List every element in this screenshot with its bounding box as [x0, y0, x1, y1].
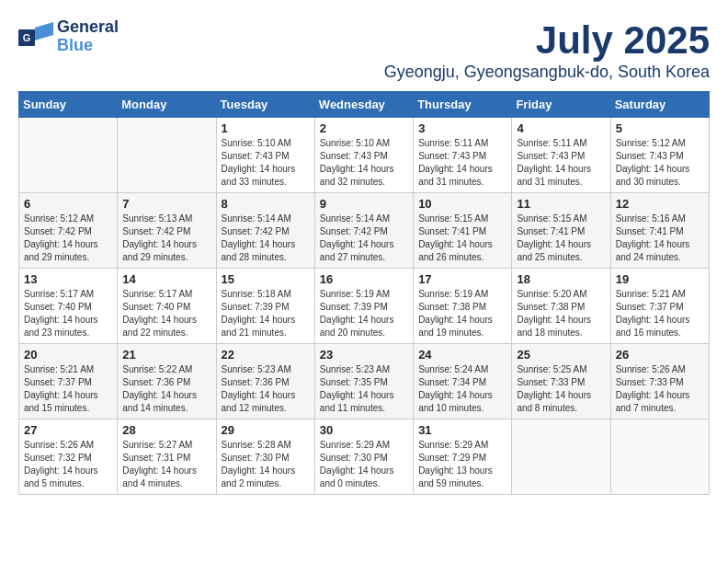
- calendar-table: SundayMondayTuesdayWednesdayThursdayFrid…: [18, 91, 710, 495]
- svg-marker-2: [35, 22, 53, 40]
- day-info: Sunrise: 5:11 AM Sunset: 7:43 PM Dayligh…: [418, 137, 506, 189]
- day-number: 30: [320, 423, 408, 437]
- calendar-cell: 4Sunrise: 5:11 AM Sunset: 7:43 PM Daylig…: [512, 118, 610, 193]
- day-header-sunday: Sunday: [19, 92, 118, 118]
- calendar-week-row: 13Sunrise: 5:17 AM Sunset: 7:40 PM Dayli…: [19, 269, 710, 344]
- day-number: 3: [418, 121, 506, 135]
- day-info: Sunrise: 5:14 AM Sunset: 7:42 PM Dayligh…: [320, 213, 408, 264]
- day-number: 13: [24, 272, 112, 286]
- calendar-cell: 25Sunrise: 5:25 AM Sunset: 7:33 PM Dayli…: [512, 344, 610, 419]
- day-number: 7: [122, 197, 210, 211]
- day-number: 16: [320, 272, 408, 286]
- day-number: 18: [517, 272, 605, 286]
- calendar-week-row: 20Sunrise: 5:21 AM Sunset: 7:37 PM Dayli…: [19, 344, 710, 419]
- day-info: Sunrise: 5:26 AM Sunset: 7:32 PM Dayligh…: [24, 439, 112, 490]
- calendar-cell: 16Sunrise: 5:19 AM Sunset: 7:39 PM Dayli…: [314, 269, 413, 344]
- day-number: 17: [418, 272, 506, 286]
- calendar-header-row: SundayMondayTuesdayWednesdayThursdayFrid…: [19, 92, 710, 118]
- calendar-week-row: 1Sunrise: 5:10 AM Sunset: 7:43 PM Daylig…: [19, 118, 710, 193]
- day-number: 12: [616, 197, 704, 211]
- day-number: 27: [24, 423, 112, 437]
- day-info: Sunrise: 5:25 AM Sunset: 7:33 PM Dayligh…: [517, 363, 605, 415]
- calendar-cell: 26Sunrise: 5:26 AM Sunset: 7:33 PM Dayli…: [610, 344, 709, 419]
- day-info: Sunrise: 5:21 AM Sunset: 7:37 PM Dayligh…: [24, 363, 112, 415]
- day-number: 21: [122, 348, 210, 362]
- calendar-cell: 27Sunrise: 5:26 AM Sunset: 7:32 PM Dayli…: [19, 419, 118, 495]
- calendar-cell: 20Sunrise: 5:21 AM Sunset: 7:37 PM Dayli…: [19, 344, 118, 419]
- day-info: Sunrise: 5:12 AM Sunset: 7:42 PM Dayligh…: [24, 213, 112, 264]
- day-info: Sunrise: 5:17 AM Sunset: 7:40 PM Dayligh…: [122, 288, 210, 339]
- day-header-tuesday: Tuesday: [216, 92, 314, 118]
- day-info: Sunrise: 5:15 AM Sunset: 7:41 PM Dayligh…: [517, 213, 605, 264]
- calendar-cell: [19, 118, 118, 193]
- calendar-cell: 29Sunrise: 5:28 AM Sunset: 7:30 PM Dayli…: [216, 419, 314, 495]
- day-info: Sunrise: 5:10 AM Sunset: 7:43 PM Dayligh…: [320, 137, 408, 189]
- day-info: Sunrise: 5:24 AM Sunset: 7:34 PM Dayligh…: [418, 363, 506, 415]
- day-info: Sunrise: 5:12 AM Sunset: 7:43 PM Dayligh…: [616, 137, 704, 189]
- day-header-thursday: Thursday: [414, 92, 512, 118]
- day-number: 23: [320, 348, 408, 362]
- calendar-cell: 22Sunrise: 5:23 AM Sunset: 7:36 PM Dayli…: [216, 344, 314, 419]
- day-info: Sunrise: 5:23 AM Sunset: 7:36 PM Dayligh…: [222, 363, 310, 415]
- calendar-cell: 3Sunrise: 5:11 AM Sunset: 7:43 PM Daylig…: [414, 118, 512, 193]
- day-info: Sunrise: 5:23 AM Sunset: 7:35 PM Dayligh…: [320, 363, 408, 415]
- calendar-cell: 5Sunrise: 5:12 AM Sunset: 7:43 PM Daylig…: [610, 118, 709, 193]
- day-info: Sunrise: 5:19 AM Sunset: 7:38 PM Dayligh…: [418, 288, 506, 339]
- calendar-cell: 12Sunrise: 5:16 AM Sunset: 7:41 PM Dayli…: [610, 193, 709, 269]
- day-info: Sunrise: 5:22 AM Sunset: 7:36 PM Dayligh…: [122, 363, 210, 415]
- calendar-cell: 19Sunrise: 5:21 AM Sunset: 7:37 PM Dayli…: [610, 269, 709, 344]
- calendar-cell: 28Sunrise: 5:27 AM Sunset: 7:31 PM Dayli…: [118, 419, 216, 495]
- calendar-cell: [512, 419, 610, 495]
- day-info: Sunrise: 5:20 AM Sunset: 7:38 PM Dayligh…: [517, 288, 605, 339]
- logo-name2: Blue: [57, 37, 119, 55]
- logo-name: General: [57, 18, 119, 37]
- calendar-week-row: 6Sunrise: 5:12 AM Sunset: 7:42 PM Daylig…: [19, 193, 710, 269]
- logo: G General Blue: [18, 18, 119, 55]
- day-info: Sunrise: 5:16 AM Sunset: 7:41 PM Dayligh…: [616, 213, 704, 264]
- day-number: 5: [616, 121, 704, 135]
- day-number: 24: [418, 348, 506, 362]
- location-title: Gyeongju, Gyeongsangbuk-do, South Korea: [384, 63, 710, 82]
- day-info: Sunrise: 5:26 AM Sunset: 7:33 PM Dayligh…: [616, 363, 704, 415]
- day-number: 19: [616, 272, 704, 286]
- calendar-cell: 9Sunrise: 5:14 AM Sunset: 7:42 PM Daylig…: [314, 193, 413, 269]
- calendar-cell: 8Sunrise: 5:14 AM Sunset: 7:42 PM Daylig…: [216, 193, 314, 269]
- calendar-cell: 13Sunrise: 5:17 AM Sunset: 7:40 PM Dayli…: [19, 269, 118, 344]
- day-info: Sunrise: 5:19 AM Sunset: 7:39 PM Dayligh…: [320, 288, 408, 339]
- day-number: 29: [222, 423, 310, 437]
- day-number: 8: [222, 197, 310, 211]
- day-header-wednesday: Wednesday: [314, 92, 413, 118]
- day-number: 2: [320, 121, 408, 135]
- logo-icon: G: [18, 22, 53, 52]
- day-header-friday: Friday: [512, 92, 610, 118]
- calendar-cell: 1Sunrise: 5:10 AM Sunset: 7:43 PM Daylig…: [216, 118, 314, 193]
- day-info: Sunrise: 5:18 AM Sunset: 7:39 PM Dayligh…: [222, 288, 310, 339]
- calendar-cell: 7Sunrise: 5:13 AM Sunset: 7:42 PM Daylig…: [118, 193, 216, 269]
- calendar-week-row: 27Sunrise: 5:26 AM Sunset: 7:32 PM Dayli…: [19, 419, 710, 495]
- calendar-cell: 23Sunrise: 5:23 AM Sunset: 7:35 PM Dayli…: [314, 344, 413, 419]
- day-info: Sunrise: 5:17 AM Sunset: 7:40 PM Dayligh…: [24, 288, 112, 339]
- day-header-monday: Monday: [118, 92, 216, 118]
- calendar-cell: 21Sunrise: 5:22 AM Sunset: 7:36 PM Dayli…: [118, 344, 216, 419]
- calendar-cell: 11Sunrise: 5:15 AM Sunset: 7:41 PM Dayli…: [512, 193, 610, 269]
- calendar-cell: 10Sunrise: 5:15 AM Sunset: 7:41 PM Dayli…: [414, 193, 512, 269]
- day-number: 26: [616, 348, 704, 362]
- calendar-cell: [118, 118, 216, 193]
- calendar-cell: 18Sunrise: 5:20 AM Sunset: 7:38 PM Dayli…: [512, 269, 610, 344]
- day-number: 4: [517, 121, 605, 135]
- day-info: Sunrise: 5:27 AM Sunset: 7:31 PM Dayligh…: [122, 439, 210, 490]
- calendar-cell: 24Sunrise: 5:24 AM Sunset: 7:34 PM Dayli…: [414, 344, 512, 419]
- calendar-cell: 6Sunrise: 5:12 AM Sunset: 7:42 PM Daylig…: [19, 193, 118, 269]
- page-header: G General Blue July 2025 Gyeongju, Gyeon…: [18, 18, 710, 82]
- day-info: Sunrise: 5:11 AM Sunset: 7:43 PM Dayligh…: [517, 137, 605, 189]
- day-number: 20: [24, 348, 112, 362]
- day-info: Sunrise: 5:15 AM Sunset: 7:41 PM Dayligh…: [418, 213, 506, 264]
- day-info: Sunrise: 5:21 AM Sunset: 7:37 PM Dayligh…: [616, 288, 704, 339]
- day-info: Sunrise: 5:10 AM Sunset: 7:43 PM Dayligh…: [222, 137, 310, 189]
- day-number: 25: [517, 348, 605, 362]
- day-number: 1: [222, 121, 310, 135]
- calendar-cell: 30Sunrise: 5:29 AM Sunset: 7:30 PM Dayli…: [314, 419, 413, 495]
- month-title: July 2025: [384, 18, 710, 63]
- day-info: Sunrise: 5:13 AM Sunset: 7:42 PM Dayligh…: [122, 213, 210, 264]
- calendar-cell: [610, 419, 709, 495]
